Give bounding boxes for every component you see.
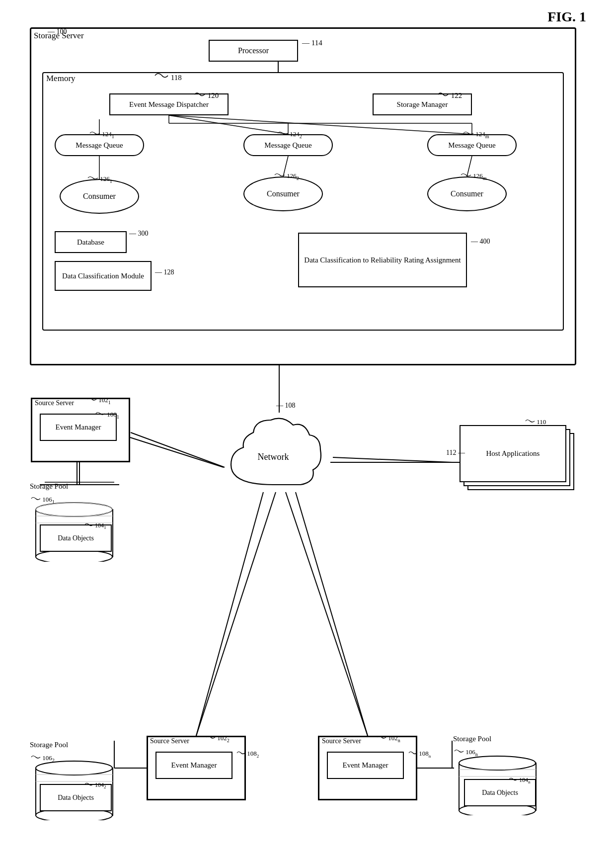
source-server-2-label: Source Server: [150, 737, 189, 745]
dcrra-ref: — 400: [471, 238, 490, 246]
mq1-ref: 1241: [89, 130, 114, 139]
svg-point-33: [36, 761, 112, 775]
do2-ref: 1042: [84, 781, 106, 789]
database-ref: — 300: [129, 230, 149, 238]
svg-line-45: [286, 492, 368, 736]
consumer-m: Consumer: [427, 176, 507, 211]
storage-manager-ref: 122: [437, 91, 462, 100]
memory-ref: 118: [154, 71, 182, 82]
source-server-1-label: Source Server: [35, 399, 74, 407]
don-ref: 104n: [509, 776, 531, 784]
database-box: Database: [55, 231, 127, 253]
event-dispatcher-ref: 120: [194, 91, 219, 100]
event-manager-n-box: Event Manager: [327, 752, 404, 779]
dcm-ref: — 128: [155, 268, 174, 276]
source-server-n-label: Source Server: [322, 737, 361, 745]
consumer-1: Consumer: [60, 179, 139, 214]
sp2-label: Storage Pool: [30, 741, 68, 749]
host-apps-112: 112 —: [446, 449, 465, 457]
consumerm-ref: 126m: [461, 172, 487, 181]
consumer-2: Consumer: [243, 176, 323, 211]
svg-line-44: [196, 492, 276, 736]
emn-ref: 108n: [408, 750, 431, 759]
dcrra-box: Data Classification to Reliability Ratin…: [298, 233, 467, 287]
memory-label: Memory: [46, 74, 76, 84]
consumer2-ref: 1262: [274, 172, 299, 181]
svg-line-13: [131, 432, 225, 467]
svg-line-19: [196, 492, 263, 736]
source-server-2-ref: 1022: [206, 734, 230, 743]
fig-label: FIG. 1: [547, 9, 586, 25]
mq2-ref: 1242: [277, 130, 302, 139]
svg-text:Network: Network: [258, 452, 289, 462]
svg-line-42: [130, 437, 224, 467]
em2-ref: 1082: [236, 750, 259, 759]
host-apps-label: Host Applications: [486, 449, 540, 458]
dcm-box: Data Classification Module: [55, 261, 152, 291]
network-cloud: Network: [216, 408, 330, 492]
mqm-ref: 124m: [463, 130, 489, 139]
do1-ref: 1041: [84, 522, 106, 530]
svg-line-20: [296, 492, 368, 736]
spn-label: Storage Pool: [453, 735, 491, 743]
svg-line-15: [333, 457, 452, 462]
svg-point-38: [459, 756, 536, 770]
source-server-1-ref: 1021: [87, 396, 111, 405]
consumer1-ref: 1261: [87, 175, 112, 184]
processor-ref: — 114: [302, 39, 322, 47]
source-server-n-ref: 102n: [377, 734, 400, 743]
event-manager-2-box: Event Manager: [155, 752, 232, 779]
network-ref: — 108: [276, 402, 296, 410]
processor-box: Processor: [209, 40, 298, 62]
event-manager-1-ref: 1081: [95, 411, 119, 420]
sp1-label: Storage Pool: [30, 482, 68, 491]
host-apps-ref: 110: [525, 418, 546, 426]
